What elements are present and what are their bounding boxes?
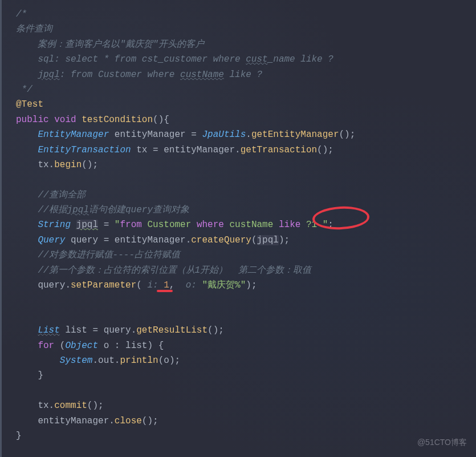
code-line bbox=[16, 293, 465, 308]
code-line: @Test bbox=[16, 97, 465, 112]
code-editor[interactable]: /* 条件查询 案例：查询客户名以"戴庆贺"开头的客户 sql: select … bbox=[16, 7, 465, 443]
code-line: String jpql = "from Customer where custN… bbox=[16, 217, 465, 232]
code-line bbox=[16, 308, 465, 323]
code-line: List list = query.getResultList(); bbox=[16, 323, 465, 338]
code-line: EntityManager entityManager = JpaUtils.g… bbox=[16, 127, 465, 142]
code-line: sql: select * from cst_customer where cu… bbox=[16, 52, 465, 67]
code-line: tx.commit(); bbox=[16, 398, 465, 413]
code-line: //根据jpql语句创建query查询对象 bbox=[16, 203, 465, 217]
code-line: entityManager.close(); bbox=[16, 414, 465, 428]
code-line: //查询全部 bbox=[16, 188, 465, 203]
watermark: @51CTO博客 bbox=[417, 436, 467, 449]
code-line: //对参数进行赋值----占位符赋值 bbox=[16, 248, 465, 262]
code-line: } bbox=[16, 428, 465, 443]
gutter-bar bbox=[0, 0, 2, 457]
code-line: Query query = entityManager.createQuery(… bbox=[16, 233, 465, 248]
code-line: jpql: from Customer where custName like … bbox=[16, 67, 465, 82]
code-line: 条件查询 bbox=[16, 22, 465, 37]
code-line: System.out.println(o); bbox=[16, 353, 465, 368]
code-line: public void testCondition(){ bbox=[16, 112, 465, 127]
code-line: //第一个参数：占位符的索引位置（从1开始） 第二个参数：取值 bbox=[16, 263, 465, 278]
code-line bbox=[16, 383, 465, 398]
code-line: 案例：查询客户名以"戴庆贺"开头的客户 bbox=[16, 37, 465, 52]
code-line: tx.begin(); bbox=[16, 157, 465, 172]
code-line: } bbox=[16, 368, 465, 383]
code-line: */ bbox=[16, 82, 465, 97]
code-line: for (Object o : list) { bbox=[16, 338, 465, 353]
code-line bbox=[16, 172, 465, 187]
code-line: query.setParameter( i: 1, o: "戴庆贺%"); bbox=[16, 278, 465, 293]
code-line: EntityTransaction tx = entityManager.get… bbox=[16, 143, 465, 157]
code-line: /* bbox=[16, 7, 465, 22]
